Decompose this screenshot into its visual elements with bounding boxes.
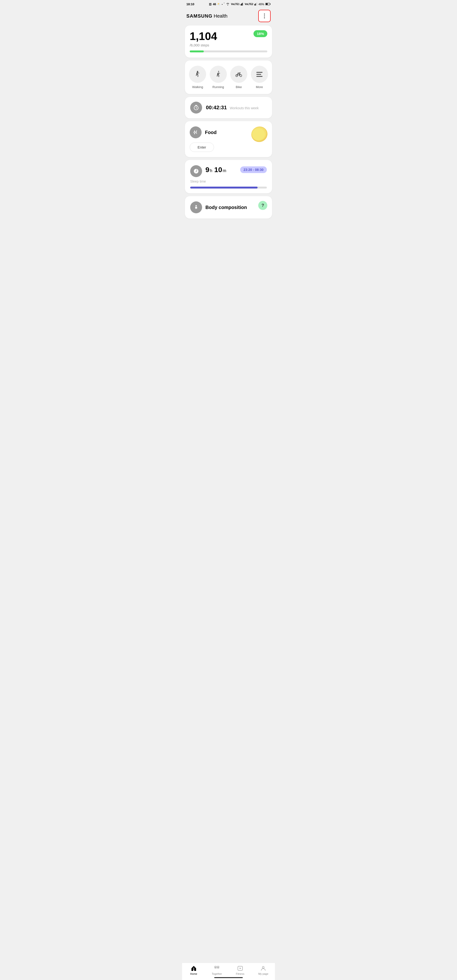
workouts-card[interactable]: 00:42:31 Workouts this week xyxy=(185,97,272,118)
workouts-time: 00:42:31 xyxy=(206,105,227,110)
menu-dot-3 xyxy=(264,18,265,18)
sleep-time-range: 23:20 - 08:30 xyxy=(240,166,267,173)
wifi-icon xyxy=(226,3,230,6)
svg-rect-16 xyxy=(256,72,263,73)
running-button[interactable]: Running xyxy=(208,66,229,89)
fitness-nav-label: Fitness xyxy=(236,972,244,975)
nav-together[interactable]: Together xyxy=(205,965,229,975)
health-text: Health xyxy=(214,13,228,19)
bottom-nav: Home Together Fitness My page xyxy=(182,963,275,980)
svg-point-12 xyxy=(218,71,219,72)
food-illustration xyxy=(248,124,270,145)
sleep-card[interactable]: 9h 10m 23:20 - 08:30 Sleep time xyxy=(185,160,272,193)
together-nav-label: Together xyxy=(212,972,222,975)
more-label: More xyxy=(256,85,263,89)
bike-label: Bike xyxy=(236,85,242,89)
svg-rect-1 xyxy=(241,3,242,5)
walking-icon xyxy=(194,70,202,78)
steps-progress-fill xyxy=(190,51,204,52)
body-icon xyxy=(193,204,199,210)
sleep-progress-fill xyxy=(190,187,258,189)
running-icon xyxy=(214,70,222,78)
menu-dot-2 xyxy=(264,16,265,16)
home-icon xyxy=(191,965,197,971)
running-icon-circle xyxy=(210,66,227,83)
body-composition-card[interactable]: Body composition ? xyxy=(185,196,272,218)
lte1-icon: VoLTE1 xyxy=(231,3,239,5)
sleep-time-block: 9h 10m xyxy=(205,165,226,174)
walking-button[interactable]: Walking xyxy=(187,66,208,89)
samsung-text: SAMSUNG xyxy=(186,13,212,19)
bike-icon xyxy=(235,70,243,78)
status-bar: 18:10 🖼 46 ⛅ • ʿ︎ VoLTE1 VoLTE2 46% xyxy=(182,0,275,7)
svg-rect-0 xyxy=(240,4,241,5)
dot-icon: • xyxy=(222,3,223,6)
sleep-top: 9h 10m 23:20 - 08:30 xyxy=(205,165,267,174)
lte2-icon: VoLTE2 xyxy=(245,3,253,5)
status-time: 18:10 xyxy=(186,2,194,6)
battery-percent: 46% xyxy=(258,3,264,6)
svg-rect-18 xyxy=(256,76,263,77)
steps-progress-track xyxy=(190,51,267,52)
bottom-spacer xyxy=(182,221,275,243)
sleep-label: Sleep time xyxy=(190,180,267,183)
svg-rect-9 xyxy=(270,3,271,4)
bike-icon-circle xyxy=(230,66,247,83)
home-nav-label: Home xyxy=(190,972,197,975)
fitness-icon xyxy=(237,965,243,971)
more-options-button[interactable] xyxy=(258,10,271,22)
notification-count: 46 xyxy=(213,3,216,6)
mypage-nav-label: My page xyxy=(258,972,268,975)
svg-point-14 xyxy=(240,75,242,76)
activity-card: Walking Running xyxy=(185,60,272,94)
steps-progress-container xyxy=(190,51,267,52)
food-card[interactable]: Food Enter xyxy=(185,121,272,157)
steps-percentage: 18% xyxy=(253,30,267,37)
steps-card[interactable]: 1,104 /6,000 steps 18% xyxy=(185,25,272,57)
sleep-icon xyxy=(193,168,199,174)
battery-icon xyxy=(265,3,271,6)
nav-indicator xyxy=(214,977,243,978)
food-title: Food xyxy=(205,130,217,135)
app-title: SAMSUNG Health xyxy=(186,13,228,19)
sleep-hours: 9h 10m xyxy=(205,165,226,173)
svg-rect-6 xyxy=(256,3,256,5)
sleep-icon-circle xyxy=(190,165,202,177)
mypage-icon xyxy=(260,965,266,971)
svg-rect-17 xyxy=(256,74,261,75)
svg-point-24 xyxy=(196,205,197,206)
bluetooth-icon: ʿ︎ xyxy=(224,2,225,6)
body-question-button[interactable]: ? xyxy=(258,201,267,210)
menu-dot-1 xyxy=(264,14,265,14)
bike-button[interactable]: Bike xyxy=(228,66,249,89)
walking-icon-circle xyxy=(189,66,206,83)
weather-icon: ⛅ xyxy=(217,3,221,6)
activity-row: Walking Running xyxy=(187,66,270,89)
nav-fitness[interactable]: Fitness xyxy=(228,965,252,975)
more-icon xyxy=(255,70,263,78)
more-button[interactable]: More xyxy=(249,66,270,89)
svg-rect-10 xyxy=(266,3,268,5)
workouts-icon-circle xyxy=(190,102,202,113)
stopwatch-icon xyxy=(193,105,199,111)
workouts-label: Workouts this week xyxy=(230,106,259,110)
status-icons: 🖼 46 ⛅ • ʿ︎ VoLTE1 VoLTE2 46% xyxy=(209,2,271,6)
steps-goal: /6,000 steps xyxy=(190,43,267,47)
workouts-info: 00:42:31 Workouts this week xyxy=(206,105,259,111)
more-icon-circle xyxy=(251,66,268,83)
svg-rect-5 xyxy=(255,3,256,5)
nav-mypage[interactable]: My page xyxy=(252,965,275,975)
nav-home[interactable]: Home xyxy=(182,965,205,975)
svg-rect-2 xyxy=(242,3,242,5)
sleep-header-row: 9h 10m 23:20 - 08:30 xyxy=(190,165,267,177)
svg-point-15 xyxy=(240,72,240,73)
running-label: Running xyxy=(213,85,224,89)
together-icon xyxy=(214,965,220,971)
food-icon-circle xyxy=(190,126,202,138)
signal2-icon xyxy=(255,3,257,6)
food-enter-button[interactable]: Enter xyxy=(190,143,214,152)
svg-marker-26 xyxy=(240,967,241,969)
signal1-icon xyxy=(240,3,244,6)
photo-icon: 🖼 xyxy=(209,3,212,6)
lemon-svg xyxy=(248,124,270,145)
